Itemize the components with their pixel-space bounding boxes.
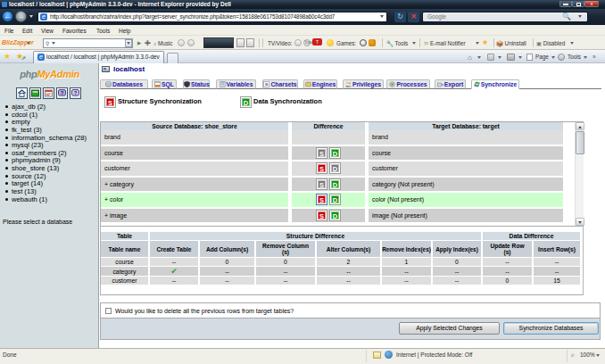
svg-text:?: ? xyxy=(61,90,64,95)
svg-text:?: ? xyxy=(74,90,78,95)
